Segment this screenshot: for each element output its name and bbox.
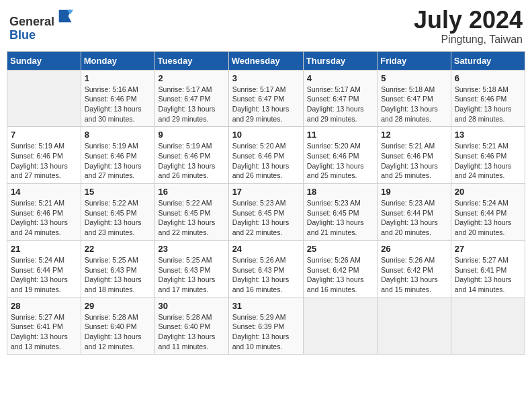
calendar-cell: 6Sunrise: 5:18 AMSunset: 6:46 PMDaylight…: [451, 70, 525, 127]
day-info: Sunrise: 5:17 AMSunset: 6:47 PMDaylight:…: [307, 85, 373, 124]
calendar-location: Pingtung, Taiwan: [414, 34, 523, 46]
calendar-cell: 8Sunrise: 5:19 AMSunset: 6:46 PMDaylight…: [81, 127, 154, 184]
day-number: 19: [381, 187, 447, 197]
day-number: 2: [159, 73, 225, 83]
day-number: 1: [85, 73, 151, 83]
day-info: Sunrise: 5:17 AMSunset: 6:47 PMDaylight:…: [232, 85, 300, 124]
calendar-cell: 27Sunrise: 5:27 AMSunset: 6:41 PMDayligh…: [451, 240, 525, 298]
calendar-cell: 20Sunrise: 5:24 AMSunset: 6:44 PMDayligh…: [451, 184, 525, 241]
day-number: 23: [159, 244, 225, 254]
calendar-cell: 19Sunrise: 5:23 AMSunset: 6:44 PMDayligh…: [378, 184, 451, 241]
day-info: Sunrise: 5:19 AMSunset: 6:46 PMDaylight:…: [11, 141, 77, 181]
calendar-cell: 10Sunrise: 5:20 AMSunset: 6:46 PMDayligh…: [228, 127, 303, 184]
calendar-cell: 5Sunrise: 5:18 AMSunset: 6:47 PMDaylight…: [378, 70, 451, 127]
day-number: 27: [455, 244, 521, 254]
day-info: Sunrise: 5:17 AMSunset: 6:47 PMDaylight:…: [159, 85, 225, 124]
day-info: Sunrise: 5:26 AMSunset: 6:42 PMDaylight:…: [381, 255, 447, 295]
day-info: Sunrise: 5:21 AMSunset: 6:46 PMDaylight:…: [455, 141, 521, 181]
calendar-cell: 17Sunrise: 5:23 AMSunset: 6:45 PMDayligh…: [228, 184, 303, 241]
calendar-cell: 13Sunrise: 5:21 AMSunset: 6:46 PMDayligh…: [451, 127, 525, 184]
calendar-cell: 1Sunrise: 5:16 AMSunset: 6:46 PMDaylight…: [81, 70, 154, 127]
day-number: 13: [455, 130, 521, 140]
day-number: 15: [85, 187, 151, 197]
calendar-cell: 23Sunrise: 5:25 AMSunset: 6:43 PMDayligh…: [154, 240, 228, 298]
calendar-cell: 25Sunrise: 5:26 AMSunset: 6:42 PMDayligh…: [303, 240, 377, 298]
day-info: Sunrise: 5:21 AMSunset: 6:46 PMDaylight:…: [11, 198, 77, 238]
calendar-cell: 18Sunrise: 5:23 AMSunset: 6:45 PMDayligh…: [303, 184, 377, 241]
day-info: Sunrise: 5:23 AMSunset: 6:45 PMDaylight:…: [232, 198, 300, 238]
calendar-cell: 3Sunrise: 5:17 AMSunset: 6:47 PMDaylight…: [228, 70, 303, 127]
day-info: Sunrise: 5:23 AMSunset: 6:44 PMDaylight:…: [381, 198, 447, 238]
calendar-cell: [7, 70, 81, 127]
day-number: 17: [232, 187, 300, 197]
day-number: 22: [85, 244, 151, 254]
day-info: Sunrise: 5:18 AMSunset: 6:47 PMDaylight:…: [381, 85, 447, 124]
day-number: 29: [85, 301, 151, 311]
day-number: 14: [11, 187, 77, 197]
day-info: Sunrise: 5:19 AMSunset: 6:46 PMDaylight:…: [159, 141, 225, 181]
calendar-header: SundayMondayTuesdayWednesdayThursdayFrid…: [7, 51, 525, 70]
calendar-cell: 12Sunrise: 5:21 AMSunset: 6:46 PMDayligh…: [378, 127, 451, 184]
day-number: 28: [11, 301, 77, 311]
day-info: Sunrise: 5:22 AMSunset: 6:45 PMDaylight:…: [159, 198, 225, 238]
day-number: 8: [85, 130, 151, 140]
calendar-week-1: 1Sunrise: 5:16 AMSunset: 6:46 PMDaylight…: [7, 70, 525, 127]
calendar-cell: 2Sunrise: 5:17 AMSunset: 6:47 PMDaylight…: [154, 70, 228, 127]
day-number: 12: [381, 130, 447, 140]
day-info: Sunrise: 5:19 AMSunset: 6:46 PMDaylight:…: [85, 141, 151, 181]
calendar-cell: 24Sunrise: 5:26 AMSunset: 6:43 PMDayligh…: [228, 240, 303, 298]
calendar-week-4: 21Sunrise: 5:24 AMSunset: 6:44 PMDayligh…: [7, 240, 525, 298]
day-info: Sunrise: 5:16 AMSunset: 6:46 PMDaylight:…: [85, 85, 151, 124]
logo-general: General: [9, 15, 54, 28]
calendar-cell: 26Sunrise: 5:26 AMSunset: 6:42 PMDayligh…: [378, 240, 451, 298]
day-number: 16: [159, 187, 225, 197]
calendar-cell: 9Sunrise: 5:19 AMSunset: 6:46 PMDaylight…: [154, 127, 228, 184]
day-info: Sunrise: 5:28 AMSunset: 6:40 PMDaylight:…: [85, 312, 151, 352]
calendar-week-2: 7Sunrise: 5:19 AMSunset: 6:46 PMDaylight…: [7, 127, 525, 184]
calendar-cell: 7Sunrise: 5:19 AMSunset: 6:46 PMDaylight…: [7, 127, 81, 184]
day-info: Sunrise: 5:26 AMSunset: 6:42 PMDaylight:…: [307, 255, 373, 295]
day-number: 10: [232, 130, 300, 140]
calendar-cell: 28Sunrise: 5:27 AMSunset: 6:41 PMDayligh…: [7, 298, 81, 355]
calendar-cell: 4Sunrise: 5:17 AMSunset: 6:47 PMDaylight…: [303, 70, 377, 127]
calendar-cell: 21Sunrise: 5:24 AMSunset: 6:44 PMDayligh…: [7, 240, 81, 298]
logo-flag-icon: [56, 7, 75, 26]
day-number: 3: [232, 73, 300, 83]
title-block: July 2024 Pingtung, Taiwan: [414, 7, 523, 46]
logo: General Blue: [9, 7, 75, 42]
day-header-wednesday: Wednesday: [228, 51, 303, 70]
calendar-cell: 22Sunrise: 5:25 AMSunset: 6:43 PMDayligh…: [81, 240, 154, 298]
calendar-cell: 15Sunrise: 5:22 AMSunset: 6:45 PMDayligh…: [81, 184, 154, 241]
calendar-cell: 30Sunrise: 5:28 AMSunset: 6:40 PMDayligh…: [154, 298, 228, 355]
day-number: 18: [307, 187, 373, 197]
day-number: 11: [307, 130, 373, 140]
day-info: Sunrise: 5:23 AMSunset: 6:45 PMDaylight:…: [307, 198, 373, 238]
calendar-week-3: 14Sunrise: 5:21 AMSunset: 6:46 PMDayligh…: [7, 184, 525, 241]
day-number: 20: [455, 187, 521, 197]
day-header-tuesday: Tuesday: [154, 51, 228, 70]
day-number: 5: [381, 73, 447, 83]
day-number: 9: [159, 130, 225, 140]
day-number: 26: [381, 244, 447, 254]
calendar-cell: 11Sunrise: 5:20 AMSunset: 6:46 PMDayligh…: [303, 127, 377, 184]
day-number: 25: [307, 244, 373, 254]
calendar-cell: 29Sunrise: 5:28 AMSunset: 6:40 PMDayligh…: [81, 298, 154, 355]
calendar-title: July 2024: [414, 7, 523, 34]
day-header-sunday: Sunday: [7, 51, 81, 70]
day-number: 31: [232, 301, 300, 311]
day-header-thursday: Thursday: [303, 51, 377, 70]
day-number: 21: [11, 244, 77, 254]
calendar-cell: [451, 298, 525, 355]
day-header-monday: Monday: [81, 51, 154, 70]
calendar-cell: 14Sunrise: 5:21 AMSunset: 6:46 PMDayligh…: [7, 184, 81, 241]
calendar-week-5: 28Sunrise: 5:27 AMSunset: 6:41 PMDayligh…: [7, 298, 525, 355]
calendar-cell: [303, 298, 377, 355]
day-info: Sunrise: 5:24 AMSunset: 6:44 PMDaylight:…: [455, 198, 521, 238]
day-number: 30: [159, 301, 225, 311]
day-info: Sunrise: 5:20 AMSunset: 6:46 PMDaylight:…: [232, 141, 300, 181]
day-info: Sunrise: 5:27 AMSunset: 6:41 PMDaylight:…: [11, 312, 77, 352]
day-number: 24: [232, 244, 300, 254]
calendar-cell: 31Sunrise: 5:29 AMSunset: 6:39 PMDayligh…: [228, 298, 303, 355]
day-info: Sunrise: 5:25 AMSunset: 6:43 PMDaylight:…: [159, 255, 225, 295]
day-header-saturday: Saturday: [451, 51, 525, 70]
